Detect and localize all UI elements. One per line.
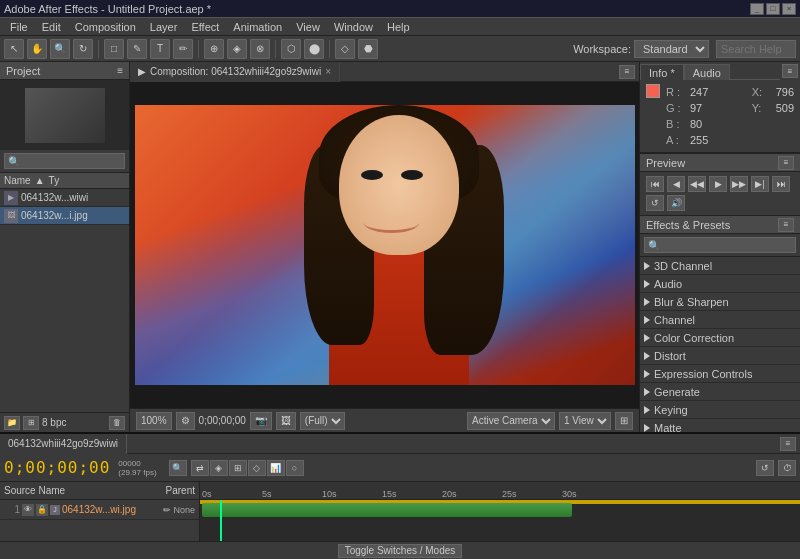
effects-search-input[interactable] bbox=[644, 237, 796, 253]
effects-panel-menu[interactable]: ≡ bbox=[778, 218, 794, 232]
new-comp-btn[interactable]: ⊞ bbox=[23, 416, 39, 430]
rotate-tool[interactable]: ↻ bbox=[73, 39, 93, 59]
track-bar-1[interactable] bbox=[202, 503, 572, 517]
timeline-ruler[interactable]: 0s 5s 10s 15s 20s 25s 30s bbox=[200, 482, 800, 500]
comp-settings-btn[interactable]: ⚙ bbox=[176, 412, 195, 430]
comp-tab-bar: ▶ Composition: 064132whiii42go9z9wiwi × … bbox=[130, 62, 639, 82]
preview-prev-frame-btn[interactable]: ◀◀ bbox=[688, 176, 706, 192]
preview-next-btn[interactable]: ▶| bbox=[751, 176, 769, 192]
effect-distort[interactable]: Distort bbox=[640, 347, 800, 365]
preview-play-btn[interactable]: ▶ bbox=[709, 176, 727, 192]
grid-btn[interactable]: ⊞ bbox=[615, 412, 633, 430]
preview-loop-btn[interactable]: ↺ bbox=[646, 195, 664, 211]
menu-edit[interactable]: Edit bbox=[36, 20, 67, 34]
show-snapshot-btn[interactable]: 🖼 bbox=[276, 412, 296, 430]
camera-select[interactable]: Active Camera bbox=[467, 412, 555, 430]
project-item-jpg[interactable]: 🖼 064132w...i.jpg bbox=[0, 207, 129, 225]
timeline-tracks-area[interactable] bbox=[200, 500, 800, 541]
toggle-switches-modes-btn[interactable]: Toggle Switches / Modes bbox=[338, 544, 463, 558]
rect-tool[interactable]: □ bbox=[104, 39, 124, 59]
preview-prev-btn[interactable]: ◀ bbox=[667, 176, 685, 192]
comp-tab-close[interactable]: × bbox=[325, 66, 331, 77]
snapshot-btn[interactable]: 📷 bbox=[250, 412, 272, 430]
playhead[interactable] bbox=[220, 500, 222, 541]
extra-tool1[interactable]: ◇ bbox=[335, 39, 355, 59]
preview-audio-btn[interactable]: 🔊 bbox=[667, 195, 685, 211]
menu-help[interactable]: Help bbox=[381, 20, 416, 34]
track-edit-icon[interactable]: ✏ bbox=[163, 505, 171, 515]
effect-audio[interactable]: Audio bbox=[640, 275, 800, 293]
info-panel-menu[interactable]: ≡ bbox=[782, 64, 798, 78]
tl-graph-btn[interactable]: 📊 bbox=[267, 460, 285, 476]
effect-matte[interactable]: Matte bbox=[640, 419, 800, 432]
effect-keying[interactable]: Keying bbox=[640, 401, 800, 419]
delete-btn[interactable]: 🗑 bbox=[109, 416, 125, 430]
timeline-time-display[interactable]: 0;00;00;00 bbox=[4, 458, 110, 477]
view-select[interactable]: 1 View bbox=[559, 412, 611, 430]
timeline-right-panel[interactable]: 0s 5s 10s 15s 20s 25s 30s bbox=[200, 482, 800, 541]
effect-generate[interactable]: Generate bbox=[640, 383, 800, 401]
shape-tool-2[interactable]: ⬡ bbox=[281, 39, 301, 59]
comp-panel-menu[interactable]: ≡ bbox=[619, 65, 635, 79]
pen-tool[interactable]: ✎ bbox=[127, 39, 147, 59]
preview-next-frame-btn[interactable]: ▶▶ bbox=[730, 176, 748, 192]
tl-transfer-btn[interactable]: ⇄ bbox=[191, 460, 209, 476]
audio-tab[interactable]: Audio bbox=[684, 64, 730, 80]
track-lock-btn[interactable]: 🔒 bbox=[36, 504, 48, 516]
select-tool[interactable]: ↖ bbox=[4, 39, 24, 59]
menu-window[interactable]: Window bbox=[328, 20, 379, 34]
preview-panel-menu[interactable]: ≡ bbox=[778, 156, 794, 170]
timeline-panel-menu[interactable]: ≡ bbox=[780, 437, 796, 451]
eraser-tool[interactable]: ◈ bbox=[227, 39, 247, 59]
preview-last-btn[interactable]: ⏭ bbox=[772, 176, 790, 192]
tl-motion-blur-btn[interactable]: ◈ bbox=[210, 460, 228, 476]
effect-blur-sharpen[interactable]: Blur & Sharpen bbox=[640, 293, 800, 311]
preview-first-btn[interactable]: ⏮ bbox=[646, 176, 664, 192]
info-y-row: Y: 509 bbox=[752, 100, 794, 116]
search-help-input[interactable] bbox=[716, 40, 796, 58]
menu-animation[interactable]: Animation bbox=[227, 20, 288, 34]
tl-clock-btn[interactable]: ⏱ bbox=[778, 460, 796, 476]
comp-tab[interactable]: ▶ Composition: 064132whiii42go9z9wiwi × bbox=[130, 62, 340, 82]
effect-expression-controls[interactable]: Expression Controls bbox=[640, 365, 800, 383]
track-visibility-btn[interactable]: 👁 bbox=[22, 504, 34, 516]
track-parent[interactable]: None bbox=[173, 505, 195, 515]
project-panel-close[interactable]: ≡ bbox=[117, 65, 123, 76]
tl-loop-btn[interactable]: ↺ bbox=[756, 460, 774, 476]
zoom-display[interactable]: 100% bbox=[136, 412, 172, 430]
menu-file[interactable]: File bbox=[4, 20, 34, 34]
effect-color-correction[interactable]: Color Correction bbox=[640, 329, 800, 347]
menu-composition[interactable]: Composition bbox=[69, 20, 142, 34]
menu-layer[interactable]: Layer bbox=[144, 20, 184, 34]
close-button[interactable]: × bbox=[782, 3, 796, 15]
workspace-select[interactable]: Standard bbox=[634, 40, 709, 58]
quality-select[interactable]: (Full) bbox=[300, 412, 345, 430]
tl-solo-btn[interactable]: ○ bbox=[286, 460, 304, 476]
composition-view[interactable] bbox=[130, 82, 639, 408]
clone-tool[interactable]: ⊕ bbox=[204, 39, 224, 59]
track-name[interactable]: 064132w...wi.jpg bbox=[62, 504, 159, 515]
brush-tool[interactable]: ⬤ bbox=[304, 39, 324, 59]
hand-tool[interactable]: ✋ bbox=[27, 39, 47, 59]
effect-3d-channel[interactable]: 3D Channel bbox=[640, 257, 800, 275]
col-sort[interactable]: ▲ bbox=[35, 175, 45, 186]
project-search-input[interactable] bbox=[4, 153, 125, 169]
text-tool[interactable]: T bbox=[150, 39, 170, 59]
puppet-tool[interactable]: ⊗ bbox=[250, 39, 270, 59]
menu-effect[interactable]: Effect bbox=[185, 20, 225, 34]
window-controls[interactable]: _ □ × bbox=[750, 3, 796, 15]
tl-search-btn[interactable]: 🔍 bbox=[169, 460, 187, 476]
extra-tool2[interactable]: ⬣ bbox=[358, 39, 378, 59]
tl-frame-blend-btn[interactable]: ⊞ bbox=[229, 460, 247, 476]
timeline-tab[interactable]: 064132whiii42go9z9wiwi bbox=[0, 434, 127, 454]
menu-view[interactable]: View bbox=[290, 20, 326, 34]
tl-draft-btn[interactable]: ◇ bbox=[248, 460, 266, 476]
project-item-comp[interactable]: ▶ 064132w...wiwi bbox=[0, 189, 129, 207]
zoom-tool[interactable]: 🔍 bbox=[50, 39, 70, 59]
info-tab[interactable]: Info * bbox=[640, 64, 684, 80]
effect-channel[interactable]: Channel bbox=[640, 311, 800, 329]
new-folder-btn[interactable]: 📁 bbox=[4, 416, 20, 430]
maximize-button[interactable]: □ bbox=[766, 3, 780, 15]
paint-tool[interactable]: ✏ bbox=[173, 39, 193, 59]
minimize-button[interactable]: _ bbox=[750, 3, 764, 15]
